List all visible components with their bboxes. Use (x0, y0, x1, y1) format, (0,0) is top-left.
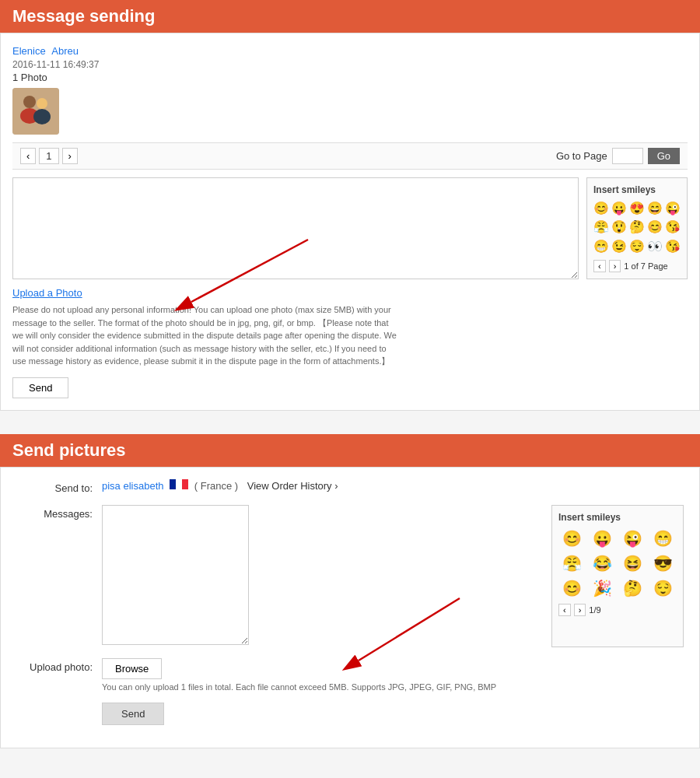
sender-date: 2016-11-11 16:49:37 (12, 58, 99, 70)
smiley2-8[interactable]: 😎 (649, 552, 677, 574)
smiley-9[interactable]: 😊 (646, 219, 663, 236)
compose-area: Insert smileys 😊 😛 😍 😄 😜 😤 😲 🤔 😊 😘 😁 (12, 177, 688, 279)
smiley2-3[interactable]: 😜 (619, 527, 646, 549)
sender-photo (12, 88, 59, 135)
browse-button[interactable]: Browse (102, 658, 162, 679)
smiley2-7[interactable]: 😆 (619, 552, 646, 574)
compose-wrapper: Insert smileys 😊 😛 😍 😄 😜 😤 😲 🤔 😊 😘 😁 (12, 177, 688, 279)
messages-row: Messages: (12, 505, 688, 647)
smiley2-2[interactable]: 😛 (589, 527, 616, 549)
flag-blue (170, 479, 176, 489)
smiley-15[interactable]: 😘 (664, 238, 681, 255)
smiley-1[interactable]: 😊 (593, 200, 610, 217)
pictures-message-textarea[interactable] (102, 505, 249, 645)
smiley-12[interactable]: 😉 (611, 238, 628, 255)
smileys-title: Insert smileys (593, 184, 681, 195)
smiley2-5[interactable]: 😤 (558, 552, 586, 574)
photo-placeholder (12, 88, 59, 135)
flag-red (182, 479, 188, 489)
smileys2-next-button[interactable]: › (574, 604, 586, 616)
upload-photo-link[interactable]: Upload a Photo (12, 287, 688, 299)
send-pictures-title: Send pictures (12, 440, 125, 460)
view-order-history-link[interactable]: View Order History › (247, 480, 338, 492)
upload-photo-row: Upload photo: Browse You can only upload… (12, 658, 688, 692)
smiley2-6[interactable]: 😂 (589, 552, 616, 574)
smiley-7[interactable]: 😲 (611, 219, 628, 236)
smileys-panel-2: Insert smileys 😊 😛 😜 😁 😤 😂 😆 😎 😊 🎉 (551, 505, 684, 647)
photo-label: 1 Photo (12, 72, 47, 83)
pagination-right: Go to Page Go (556, 148, 680, 164)
smiley-13[interactable]: 😌 (629, 238, 646, 255)
smiley-2[interactable]: 😛 (611, 200, 628, 217)
smiley2-12[interactable]: 😌 (649, 577, 677, 599)
smileys2-page: 1/9 (589, 605, 600, 615)
smiley2-4[interactable]: 😁 (649, 527, 677, 549)
france-flag (170, 479, 188, 489)
compose-area-2: Insert smileys 😊 😛 😜 😁 😤 😂 😆 😎 😊 🎉 (102, 505, 684, 647)
svg-point-3 (37, 98, 47, 109)
smiley2-1[interactable]: 😊 (558, 527, 586, 549)
send-pictures-box: Send to: pisa elisabeth ( France ) View … (0, 467, 700, 748)
textarea-wrapper (12, 177, 579, 279)
go-button[interactable]: Go (648, 148, 680, 164)
message-sending-title: Message sending (12, 6, 155, 26)
country-name: ( (194, 480, 198, 492)
pictures-send-button[interactable]: Send (102, 703, 164, 725)
send-to-row: Send to: pisa elisabeth ( France ) View … (12, 479, 688, 494)
smileys-grid-2: 😊 😛 😜 😁 😤 😂 😆 😎 😊 🎉 🤔 😌 (558, 527, 677, 599)
upload-info: You can only upload 1 files in total. Ea… (102, 682, 684, 692)
smileys-page: 1 of 7 Page (624, 261, 667, 271)
message-sending-header: Message sending (0, 0, 700, 33)
recipient-name[interactable]: pisa elisabeth (102, 480, 164, 492)
current-page: 1 (39, 148, 58, 164)
message-sending-box: Elenice Abreu 2016-11-11 16:49:37 1 Phot… (0, 33, 700, 411)
sender-last-name[interactable]: Abreu (51, 45, 79, 57)
send-to-label: Send to: (16, 479, 102, 494)
smiley-3[interactable]: 😍 (629, 200, 646, 217)
smiley-11[interactable]: 😁 (593, 238, 610, 255)
smiley-5[interactable]: 😜 (664, 200, 681, 217)
goto-label: Go to Page (556, 150, 607, 162)
message-send-button[interactable]: Send (12, 377, 68, 398)
country-close: ) (235, 480, 238, 492)
sender-row: Elenice Abreu 2016-11-11 16:49:37 1 Phot… (12, 45, 688, 135)
svg-point-1 (23, 96, 36, 108)
flag-white (176, 479, 182, 489)
smileys-prev-button[interactable]: ‹ (593, 260, 606, 272)
smiley-14[interactable]: 👀 (646, 238, 663, 255)
pictures-send-content: Send (102, 703, 684, 725)
smileys-grid: 😊 😛 😍 😄 😜 😤 😲 🤔 😊 😘 😁 😉 😌 👀 (593, 200, 681, 255)
smileys2-prev-button[interactable]: ‹ (558, 604, 571, 616)
pictures-send-row: Send (12, 703, 688, 725)
textarea2-wrapper (102, 505, 544, 647)
smileys-next-button[interactable]: › (609, 260, 621, 272)
prev-page-button[interactable]: ‹ (20, 148, 36, 164)
send-pictures-section: Send pictures Send to: pisa elisabeth ( … (0, 434, 700, 748)
upload-photo-label: Upload photo: (16, 658, 102, 673)
send-to-content: pisa elisabeth ( France ) View Order His… (102, 479, 684, 492)
send-pictures-header: Send pictures (0, 434, 700, 467)
pagination-left: ‹ 1 › (20, 148, 78, 164)
messages-content: Insert smileys 😊 😛 😜 😁 😤 😂 😆 😎 😊 🎉 (102, 505, 684, 647)
goto-input[interactable] (612, 148, 643, 164)
sender-first-name[interactable]: Elenice (12, 45, 46, 57)
message-sending-section: Message sending Elenice Abreu 2016-11-11… (0, 0, 700, 411)
smiley2-11[interactable]: 🤔 (619, 577, 646, 599)
sender-name: Elenice Abreu (12, 45, 99, 57)
sender-info: Elenice Abreu 2016-11-11 16:49:37 1 Phot… (12, 45, 99, 135)
next-page-button[interactable]: › (62, 148, 78, 164)
upload-photo-content: Browse You can only upload 1 files in to… (102, 658, 684, 692)
pictures-send-label-spacer (16, 703, 102, 706)
smileys-nav: ‹ › 1 of 7 Page (593, 260, 681, 272)
smiley-8[interactable]: 🤔 (629, 219, 646, 236)
smiley2-10[interactable]: 🎉 (589, 577, 616, 599)
message-textarea[interactable] (12, 177, 579, 279)
pagination-bar: ‹ 1 › Go to Page Go (12, 142, 688, 170)
smiley-6[interactable]: 😤 (593, 219, 610, 236)
smiley-10[interactable]: 😘 (664, 219, 681, 236)
upload-note: Please do not upload any personal inform… (12, 303, 401, 368)
smiley-4[interactable]: 😄 (646, 200, 663, 217)
svg-line-8 (359, 598, 460, 661)
smileys-title-2: Insert smileys (558, 512, 677, 523)
smiley2-9[interactable]: 😊 (558, 577, 586, 599)
